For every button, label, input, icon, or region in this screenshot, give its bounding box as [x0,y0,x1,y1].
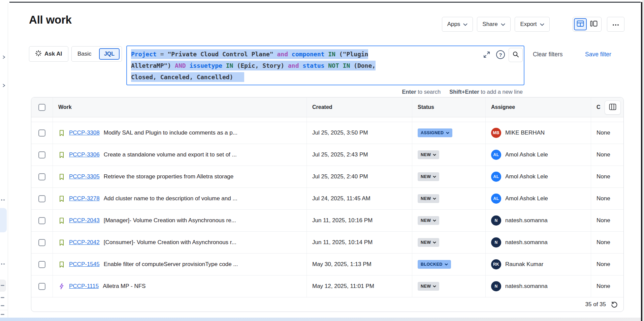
c-field[interactable]: None [591,188,623,209]
apps-button[interactable]: Apps [442,17,473,32]
column-header-status[interactable]: Status [412,97,485,117]
c-field[interactable]: None [591,144,623,166]
status-label: ASSIGNED [421,130,444,135]
c-field[interactable]: None [591,275,623,297]
story-icon [58,239,65,246]
assignee-field[interactable]: Nnatesh.somanna [491,237,548,247]
columns-icon [609,104,616,112]
created-cell: Jul 24, 2025, 11:45 AM [307,188,412,209]
avatar: N [491,237,501,247]
issue-key-link[interactable]: PCCP-3278 [69,195,100,202]
basic-mode-button[interactable]: Basic [77,51,92,57]
apps-label: Apps [447,21,460,28]
sidebar-expand-icon[interactable] [2,83,6,89]
status-badge[interactable]: ASSIGNED [418,128,452,137]
jql-editor[interactable]: Project = "Private Cloud Control Plane" … [126,46,524,85]
refresh-button[interactable] [611,301,618,308]
row-checkbox[interactable] [38,217,45,224]
status-badge[interactable]: BLOCKED [418,260,451,269]
work-table: Work Created Status Assignee C PCCP-3308… [31,97,624,312]
table-row: PCCP-3306Create a standalone volume and … [31,144,623,166]
chevron-down-icon [463,21,468,28]
select-all-checkbox[interactable] [38,104,45,111]
jql-line: AlletraMP") AND issuetype IN (Epic, Stor… [131,60,520,71]
status-badge[interactable]: NEW [418,172,439,181]
columns-settings-button[interactable] [605,100,621,115]
share-button[interactable]: Share [477,17,511,32]
issue-key-link[interactable]: PCCP-2043 [69,217,100,224]
sidebar-active-item[interactable] [0,208,7,232]
sidebar-sliver [0,3,8,321]
export-button[interactable]: Export [515,17,550,32]
export-label: Export [520,21,537,28]
detail-view-button[interactable] [587,18,600,30]
expand-editor-button[interactable] [483,51,491,59]
row-checkbox[interactable] [38,129,45,137]
c-field[interactable]: None [591,254,623,275]
assignee-name: Amol Ashok Lele [505,195,548,202]
status-badge[interactable]: NEW [418,150,439,159]
c-field[interactable]: None [591,166,623,187]
status-badge[interactable]: NEW [418,194,439,203]
assignee-field[interactable]: Nnatesh.somanna [491,215,548,226]
story-icon [58,261,65,268]
clear-filters-button[interactable]: Clear filters [533,51,563,58]
assignee-field[interactable]: ALAmol Ashok Lele [491,194,548,204]
jql-query: Project = "Private Cloud Control Plane" … [131,49,520,83]
row-checkbox[interactable] [38,283,45,290]
row-checkbox[interactable] [38,151,45,158]
issue-key-link[interactable]: PCCP-1545 [69,261,100,268]
c-field[interactable]: None [591,210,623,231]
issue-summary: [Manager]- Volume Creation with Asynchro… [104,217,236,224]
ask-ai-button[interactable]: Ask AI [29,46,68,62]
more-options-button[interactable] [607,17,624,32]
c-field[interactable]: None [591,122,623,144]
created-cell: Jul 25, 2025, 2:40 PM [307,166,412,187]
status-badge[interactable]: NEW [418,216,439,225]
row-checkbox[interactable] [38,261,45,268]
assignee-field[interactable]: RKRaunak Kumar [491,259,543,269]
row-checkbox[interactable] [38,173,45,180]
issue-key-link[interactable]: PCCP-3305 [69,173,100,180]
column-header-created[interactable]: Created [307,97,412,117]
table-view-button[interactable] [574,18,587,30]
created-cell: May 12, 2025, 11:01 PM [307,275,412,297]
assignee-field[interactable]: ALAmol Ashok Lele [491,150,548,160]
share-label: Share [482,21,497,28]
table-row: PCCP-1545Enable filter of computeServer … [31,254,623,275]
issue-summary: Retrieve the storage properties from All… [104,173,234,180]
assignee-field[interactable]: Nnatesh.somanna [491,281,548,291]
jira-all-work-page: All work Apps Share Export Ask AI Basic … [0,0,644,321]
help-icon[interactable]: ? [496,50,505,59]
created-cell: Jul 25, 2025, 2:43 PM [307,144,412,166]
created-cell: Jun 11, 2025, 10:16 PM [307,210,412,231]
issue-key-link[interactable]: PCCP-3306 [69,151,100,158]
sidebar-item-stub [1,297,4,298]
save-filter-button[interactable]: Save filter [585,51,611,58]
column-header-work[interactable]: Work [53,97,307,117]
status-badge[interactable]: NEW [418,238,439,247]
search-button[interactable] [509,48,523,62]
c-field[interactable]: None [591,232,623,253]
assignee-field[interactable]: MBMIKE BERHAN [491,128,545,138]
table-row: PCCP-3305Retrieve the storage properties… [31,166,623,188]
row-checkbox[interactable] [38,195,45,202]
issue-key-link[interactable]: PCCP-3308 [69,129,100,136]
table-body: PCCP-3308Modify SAL and Plugin to includ… [31,122,623,297]
row-checkbox[interactable] [38,239,45,246]
assignee-name: natesh.somanna [505,283,548,290]
sidebar-expand-icon[interactable] [2,54,6,60]
issue-key-link[interactable]: PCCP-2042 [69,239,100,246]
work-item: PCCP-1545Enable filter of computeServer … [58,261,238,268]
status-badge[interactable]: NEW [418,282,439,291]
assignee-field[interactable]: ALAmol Ashok Lele [491,172,548,182]
created-value: May 12, 2025, 11:01 PM [312,283,374,290]
work-item: PCCP-3306Create a standalone volume and … [58,151,237,158]
assignee-name: natesh.somanna [505,217,548,224]
column-header-assignee[interactable]: Assignee [485,97,591,117]
issue-key-link[interactable]: PCCP-1115 [69,283,99,290]
story-icon [58,173,65,180]
jql-mode-button[interactable]: JQL [99,48,120,60]
ask-ai-label: Ask AI [44,51,62,57]
view-toggle [573,17,602,32]
